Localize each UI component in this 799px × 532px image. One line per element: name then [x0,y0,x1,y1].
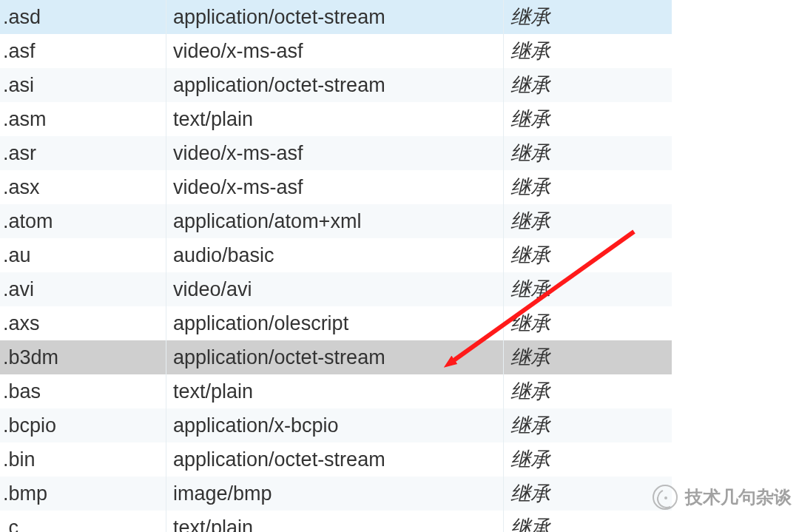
table-row[interactable]: .avivideo/avi继承 [0,272,672,306]
extension-cell: .c [0,511,166,532]
table-row[interactable]: .bcpioapplication/x-bcpio继承 [0,408,672,442]
table-row[interactable]: .asxvideo/x-ms-asf继承 [0,170,672,204]
extension-cell: .bmp [0,482,166,505]
extension-cell: .asx [0,176,166,199]
mime-type-cell: audio/basic [166,244,503,267]
mime-type-cell: application/atom+xml [166,210,503,233]
column-divider-2 [503,0,504,532]
mime-type-table: .asdapplication/octet-stream继承.asfvideo/… [0,0,672,532]
mime-type-cell: application/octet-stream [166,6,503,29]
inherit-cell: 继承 [503,174,672,201]
extension-cell: .bas [0,380,166,403]
watermark-text: 技术几句杂谈 [685,485,792,509]
inherit-cell: 继承 [503,412,672,439]
table-row[interactable]: .asfvideo/x-ms-asf继承 [0,34,672,68]
inherit-cell: 继承 [503,38,672,64]
inherit-cell: 继承 [503,511,672,532]
table-row[interactable]: .bastext/plain继承 [0,374,672,408]
extension-cell: .bin [0,448,166,471]
mime-type-cell: text/plain [166,108,503,131]
watermark: 技术几句杂谈 [653,485,792,510]
inherit-cell: 继承 [503,276,672,303]
inherit-cell: 继承 [503,72,672,98]
mime-type-cell: application/octet-stream [166,74,503,97]
extension-cell: .asm [0,108,166,131]
mime-type-cell: image/bmp [166,482,503,505]
mime-type-cell: application/octet-stream [166,448,503,471]
mime-type-cell: application/octet-stream [166,346,503,369]
extension-cell: .asi [0,74,166,97]
table-row[interactable]: .ctext/plain继承 [0,511,672,532]
inherit-cell: 继承 [503,106,672,132]
table-row[interactable]: .b3dmapplication/octet-stream继承 [0,340,672,374]
column-divider-1 [166,0,166,532]
inherit-cell: 继承 [503,378,672,405]
table-row[interactable]: .asmtext/plain继承 [0,102,672,136]
table-row[interactable]: .atomapplication/atom+xml继承 [0,204,672,238]
table-rows-host: .asdapplication/octet-stream继承.asfvideo/… [0,0,672,532]
inherit-cell: 继承 [503,344,672,371]
inherit-cell: 继承 [503,208,672,235]
extension-cell: .b3dm [0,346,166,369]
extension-cell: .asr [0,142,166,165]
mime-type-cell: video/x-ms-asf [166,40,503,63]
inherit-cell: 继承 [503,140,672,166]
mime-type-cell: video/x-ms-asf [166,176,503,199]
mime-type-cell: text/plain [166,511,503,532]
inherit-cell: 继承 [503,310,672,337]
inherit-cell: 继承 [503,242,672,269]
table-row[interactable]: .bmpimage/bmp继承 [0,477,672,511]
extension-cell: .asd [0,6,166,29]
mime-type-cell: application/x-bcpio [166,414,503,437]
table-row[interactable]: .asrvideo/x-ms-asf继承 [0,136,672,170]
inherit-cell: 继承 [503,480,672,507]
table-row[interactable]: .binapplication/octet-stream继承 [0,442,672,477]
wechat-icon [653,485,678,510]
table-row[interactable]: .asiapplication/octet-stream继承 [0,68,672,102]
mime-type-cell: text/plain [166,380,503,403]
mime-type-cell: video/x-ms-asf [166,142,503,165]
extension-cell: .axs [0,312,166,335]
inherit-cell: 继承 [503,446,672,473]
table-row[interactable]: .axsapplication/olescript继承 [0,306,672,340]
table-row[interactable]: .asdapplication/octet-stream继承 [0,0,672,34]
viewport: .asdapplication/octet-stream继承.asfvideo/… [0,0,799,532]
extension-cell: .atom [0,210,166,233]
extension-cell: .au [0,244,166,267]
table-row[interactable]: .auaudio/basic继承 [0,238,672,272]
extension-cell: .bcpio [0,414,166,437]
mime-type-cell: application/olescript [166,312,503,335]
extension-cell: .asf [0,40,166,63]
extension-cell: .avi [0,278,166,301]
inherit-cell: 继承 [503,4,672,30]
mime-type-cell: video/avi [166,278,503,301]
